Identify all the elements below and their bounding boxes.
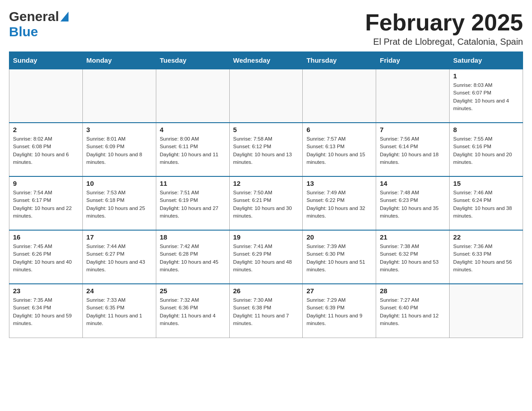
day-number: 22 bbox=[453, 233, 519, 241]
day-info: Sunrise: 7:33 AMSunset: 6:35 PMDaylight:… bbox=[86, 296, 152, 327]
calendar-cell bbox=[376, 69, 450, 123]
calendar-cell: 5Sunrise: 7:58 AMSunset: 6:12 PMDaylight… bbox=[229, 123, 303, 176]
day-info: Sunrise: 7:54 AMSunset: 6:17 PMDaylight:… bbox=[13, 189, 79, 220]
day-number: 28 bbox=[380, 287, 446, 295]
calendar-week-row: 23Sunrise: 7:35 AMSunset: 6:34 PMDayligh… bbox=[9, 284, 523, 338]
day-info: Sunrise: 7:27 AMSunset: 6:40 PMDaylight:… bbox=[380, 296, 446, 327]
day-info: Sunrise: 7:39 AMSunset: 6:30 PMDaylight:… bbox=[306, 243, 372, 274]
calendar-cell bbox=[82, 69, 156, 123]
logo: General Blue bbox=[9, 9, 69, 39]
day-number: 25 bbox=[160, 287, 226, 295]
calendar-cell: 3Sunrise: 8:01 AMSunset: 6:09 PMDaylight… bbox=[82, 123, 156, 176]
day-number: 16 bbox=[13, 233, 79, 241]
location-text: El Prat de Llobregat, Catalonia, Spain bbox=[365, 37, 523, 47]
calendar-cell: 24Sunrise: 7:33 AMSunset: 6:35 PMDayligh… bbox=[82, 284, 156, 338]
day-info: Sunrise: 7:41 AMSunset: 6:29 PMDaylight:… bbox=[233, 243, 299, 274]
calendar-cell: 7Sunrise: 7:56 AMSunset: 6:14 PMDaylight… bbox=[376, 123, 450, 176]
calendar-cell: 1Sunrise: 8:03 AMSunset: 6:07 PMDaylight… bbox=[450, 69, 523, 123]
day-info: Sunrise: 7:48 AMSunset: 6:23 PMDaylight:… bbox=[380, 189, 446, 220]
calendar-cell: 16Sunrise: 7:45 AMSunset: 6:26 PMDayligh… bbox=[9, 230, 83, 284]
calendar-day-header: Monday bbox=[82, 52, 156, 69]
day-number: 8 bbox=[453, 126, 519, 133]
calendar-week-row: 2Sunrise: 8:02 AMSunset: 6:08 PMDaylight… bbox=[9, 123, 523, 176]
logo-arrow-icon bbox=[60, 12, 69, 21]
calendar-cell: 4Sunrise: 8:00 AMSunset: 6:11 PMDaylight… bbox=[156, 123, 229, 176]
day-info: Sunrise: 7:45 AMSunset: 6:26 PMDaylight:… bbox=[13, 243, 79, 274]
calendar-cell: 9Sunrise: 7:54 AMSunset: 6:17 PMDaylight… bbox=[9, 176, 83, 230]
day-number: 9 bbox=[13, 180, 79, 187]
calendar-day-header: Friday bbox=[376, 52, 450, 69]
day-info: Sunrise: 8:03 AMSunset: 6:07 PMDaylight:… bbox=[453, 81, 519, 112]
day-number: 11 bbox=[160, 180, 226, 187]
calendar-day-header: Tuesday bbox=[156, 52, 229, 69]
day-info: Sunrise: 7:44 AMSunset: 6:27 PMDaylight:… bbox=[86, 243, 152, 274]
day-number: 17 bbox=[86, 233, 152, 241]
calendar-cell bbox=[156, 69, 229, 123]
calendar-day-header: Thursday bbox=[303, 52, 376, 69]
calendar-cell: 22Sunrise: 7:36 AMSunset: 6:33 PMDayligh… bbox=[450, 230, 523, 284]
day-info: Sunrise: 7:55 AMSunset: 6:16 PMDaylight:… bbox=[453, 135, 519, 166]
calendar-cell: 23Sunrise: 7:35 AMSunset: 6:34 PMDayligh… bbox=[9, 284, 83, 338]
day-info: Sunrise: 7:42 AMSunset: 6:28 PMDaylight:… bbox=[160, 243, 226, 274]
day-number: 1 bbox=[453, 72, 519, 80]
calendar-cell bbox=[9, 69, 83, 123]
calendar-cell: 19Sunrise: 7:41 AMSunset: 6:29 PMDayligh… bbox=[229, 230, 303, 284]
calendar-week-row: 16Sunrise: 7:45 AMSunset: 6:26 PMDayligh… bbox=[9, 230, 523, 284]
calendar-cell: 14Sunrise: 7:48 AMSunset: 6:23 PMDayligh… bbox=[376, 176, 450, 230]
day-info: Sunrise: 8:00 AMSunset: 6:11 PMDaylight:… bbox=[160, 135, 226, 166]
logo-blue-text: Blue bbox=[9, 24, 38, 39]
calendar-cell: 21Sunrise: 7:38 AMSunset: 6:32 PMDayligh… bbox=[376, 230, 450, 284]
day-number: 14 bbox=[380, 180, 446, 187]
calendar-cell: 20Sunrise: 7:39 AMSunset: 6:30 PMDayligh… bbox=[303, 230, 376, 284]
calendar-header-row: SundayMondayTuesdayWednesdayThursdayFrid… bbox=[9, 52, 523, 69]
day-number: 15 bbox=[453, 180, 519, 187]
day-info: Sunrise: 7:58 AMSunset: 6:12 PMDaylight:… bbox=[233, 135, 299, 166]
calendar-cell: 11Sunrise: 7:51 AMSunset: 6:19 PMDayligh… bbox=[156, 176, 229, 230]
calendar-cell: 26Sunrise: 7:30 AMSunset: 6:38 PMDayligh… bbox=[229, 284, 303, 338]
day-info: Sunrise: 7:56 AMSunset: 6:14 PMDaylight:… bbox=[380, 135, 446, 166]
day-info: Sunrise: 7:46 AMSunset: 6:24 PMDaylight:… bbox=[453, 189, 519, 220]
calendar-cell: 13Sunrise: 7:49 AMSunset: 6:22 PMDayligh… bbox=[303, 176, 376, 230]
page-header: General Blue February 2025 El Prat de Ll… bbox=[9, 9, 523, 47]
day-number: 13 bbox=[306, 180, 372, 187]
calendar-table: SundayMondayTuesdayWednesdayThursdayFrid… bbox=[9, 51, 523, 338]
day-info: Sunrise: 8:01 AMSunset: 6:09 PMDaylight:… bbox=[86, 135, 152, 166]
day-info: Sunrise: 7:30 AMSunset: 6:38 PMDaylight:… bbox=[233, 296, 299, 327]
day-number: 4 bbox=[160, 126, 226, 133]
day-info: Sunrise: 7:57 AMSunset: 6:13 PMDaylight:… bbox=[306, 135, 372, 166]
day-info: Sunrise: 7:36 AMSunset: 6:33 PMDaylight:… bbox=[453, 243, 519, 274]
day-number: 27 bbox=[306, 287, 372, 295]
day-info: Sunrise: 7:50 AMSunset: 6:21 PMDaylight:… bbox=[233, 189, 299, 220]
day-number: 20 bbox=[306, 233, 372, 241]
day-info: Sunrise: 7:29 AMSunset: 6:39 PMDaylight:… bbox=[306, 296, 372, 327]
day-info: Sunrise: 7:49 AMSunset: 6:22 PMDaylight:… bbox=[306, 189, 372, 220]
calendar-week-row: 9Sunrise: 7:54 AMSunset: 6:17 PMDaylight… bbox=[9, 176, 523, 230]
day-number: 7 bbox=[380, 126, 446, 133]
calendar-cell bbox=[303, 69, 376, 123]
calendar-week-row: 1Sunrise: 8:03 AMSunset: 6:07 PMDaylight… bbox=[9, 69, 523, 123]
day-info: Sunrise: 7:35 AMSunset: 6:34 PMDaylight:… bbox=[13, 296, 79, 327]
calendar-cell: 18Sunrise: 7:42 AMSunset: 6:28 PMDayligh… bbox=[156, 230, 229, 284]
calendar-cell: 27Sunrise: 7:29 AMSunset: 6:39 PMDayligh… bbox=[303, 284, 376, 338]
day-number: 24 bbox=[86, 287, 152, 295]
day-info: Sunrise: 8:02 AMSunset: 6:08 PMDaylight:… bbox=[13, 135, 79, 166]
calendar-cell bbox=[229, 69, 303, 123]
day-number: 2 bbox=[13, 126, 79, 133]
day-number: 21 bbox=[380, 233, 446, 241]
calendar-cell: 10Sunrise: 7:53 AMSunset: 6:18 PMDayligh… bbox=[82, 176, 156, 230]
calendar-cell: 8Sunrise: 7:55 AMSunset: 6:16 PMDaylight… bbox=[450, 123, 523, 176]
day-number: 10 bbox=[86, 180, 152, 187]
calendar-cell bbox=[450, 284, 523, 338]
day-info: Sunrise: 7:32 AMSunset: 6:36 PMDaylight:… bbox=[160, 296, 226, 327]
day-info: Sunrise: 7:38 AMSunset: 6:32 PMDaylight:… bbox=[380, 243, 446, 274]
calendar-cell: 25Sunrise: 7:32 AMSunset: 6:36 PMDayligh… bbox=[156, 284, 229, 338]
calendar-cell: 15Sunrise: 7:46 AMSunset: 6:24 PMDayligh… bbox=[450, 176, 523, 230]
logo-general-text: General bbox=[9, 9, 59, 24]
day-number: 6 bbox=[306, 126, 372, 133]
day-number: 26 bbox=[233, 287, 299, 295]
calendar-day-header: Wednesday bbox=[229, 52, 303, 69]
day-number: 3 bbox=[86, 126, 152, 133]
calendar-cell: 2Sunrise: 8:02 AMSunset: 6:08 PMDaylight… bbox=[9, 123, 83, 176]
calendar-cell: 12Sunrise: 7:50 AMSunset: 6:21 PMDayligh… bbox=[229, 176, 303, 230]
day-number: 23 bbox=[13, 287, 79, 295]
